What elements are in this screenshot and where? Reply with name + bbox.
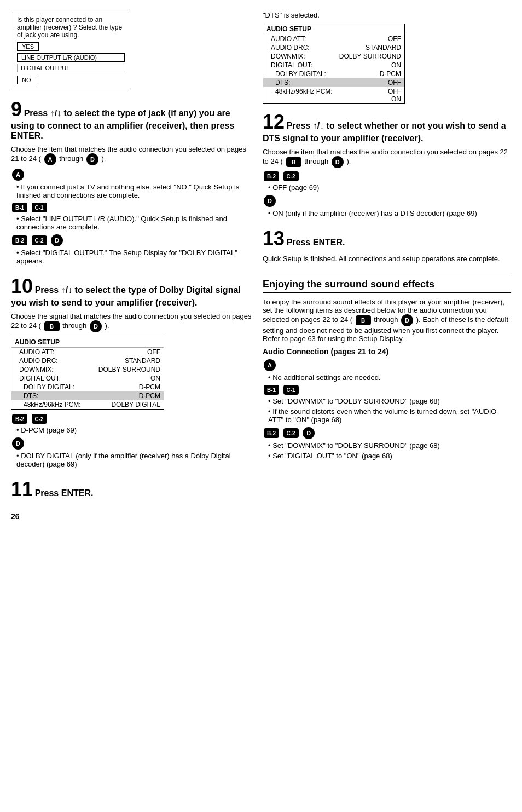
badge-d-step9: D [86,153,98,165]
surround-b2c2d-note1: Set "DOWNMIX" to "DOLBY SURROUND" (page … [268,441,511,450]
badge-b1: B-1 [12,203,27,212]
badge-a-step9: A [44,153,56,165]
step-9-through: through [59,154,85,163]
step-12-block: 12 Press ↑/↓ to select whether or not yo… [263,111,511,217]
step-13-body: Quick Setup is finished. All connections… [263,255,511,263]
surround-b1c1-section: B-1 C-1 [263,385,511,395]
badge-d-step10: D [90,320,102,332]
surround-b2c2d-note2: Set "DIGITAL OUT" to "ON" (page 68) [268,452,511,460]
step10-b2c2-section: B-2 C-2 [11,414,252,424]
step9-note-b2c2d-section: B-2 C-2 D [11,234,252,246]
step12-audio-table: AUDIO SETUP AUDIO ATT:OFF AUDIO DRC:STAN… [263,24,405,104]
step12-audio-title: AUDIO SETUP [263,24,404,34]
no-button: NO [17,76,36,84]
step9-note-a-text: If you connect just a TV and nothing els… [16,183,252,199]
badge-d-surround-note: D [303,427,315,439]
badge-c2: C-2 [32,235,47,245]
badge-b2-step12: B-2 [264,171,279,181]
audio-row-dts-pcm: DTS:D-PCM [11,391,164,400]
s12-row-dts: DTS:OFF [263,78,404,87]
badge-b2: B-2 [12,235,27,245]
surround-b1c1-note2: If the sound distorts even when the volu… [268,407,511,424]
step-9-number: 9 [11,98,22,120]
audio-row-att: AUDIO ATT:OFF [11,348,164,356]
badge-d-note: D [51,234,63,246]
step9-note-a-section: A [11,169,252,181]
yes-button: YES [17,42,39,51]
step-11-number: 11 [11,478,33,500]
step10-audio-table: AUDIO SETUP AUDIO ATT:OFF AUDIO DRC:STAN… [11,337,164,410]
surround-note-a: No additional settings are needed. [268,373,511,382]
line-output-option: LINE OUTPUT L/R (AUDIO) [17,53,125,62]
badge-d-step12-note: D [264,195,276,207]
step12-b2c2-note: OFF (page 69) [268,183,511,192]
audio-row-downmix: DOWNMIX:DOLBY SURROUND [11,365,164,374]
badge-a-note: A [12,169,24,181]
connection-question: Is this player connected to an amplifier… [17,16,125,39]
s12-row-digital-out: DIGITAL OUT:ON [263,61,404,70]
badge-c1-surround: C-1 [283,385,299,395]
step-13-title: Press ENTER. [287,238,345,247]
step-9-block: 9 Press ↑/↓ to select the type of jack (… [11,98,252,265]
audio-conn-heading: Audio Connection (pages 21 to 24) [263,347,511,356]
audio-row-dolby-digital: DOLBY DIGITAL:D-PCM [11,383,164,391]
step-10-block: 10 Press ↑/↓ to select the type of Dolby… [11,275,252,468]
page-number: 26 [11,512,252,521]
step9-note-b1c1-section: B-1 C-1 [11,203,252,212]
s12-row-drc: AUDIO DRC:STANDARD [263,43,404,52]
badge-b2-step10: B-2 [12,414,27,424]
connection-diagram-box: Is this player connected to an amplifier… [11,11,131,89]
step-13-block: 13 Press ENTER. Quick Setup is finished.… [263,227,511,263]
step10-d-section: D [11,437,252,450]
audio-row-digital-out: DIGITAL OUT:ON [11,374,164,383]
step-11-title: Press ENTER. [35,488,94,498]
badge-c1: C-1 [32,203,47,212]
step-9-title: Press ↑/↓ to select the type of jack (if… [11,108,234,140]
step12-d-section: D [263,195,511,207]
surround-heading: Enjoying the surround sound effects [263,279,511,293]
step-11-block: 11 Press ENTER. [11,478,252,501]
step-10-title: Press ↑/↓ to select the type of Dolby Di… [11,285,241,307]
badge-b1-surround: B-1 [264,385,279,395]
step-12-title: Press ↑/↓ to select whether or not you w… [263,121,506,143]
surround-b1c1-note1: Set "DOWNMIX" to "DOLBY SURROUND" (page … [268,397,511,405]
badge-c2-step12: C-2 [283,171,299,181]
step-9-body2: 24 ( [29,154,41,163]
step-10-number: 10 [11,275,33,297]
step9-note-b1c1-text: Select "LINE OUTPUT L/R (AUDIO)." Quick … [16,215,252,231]
surround-note-a-section: A [263,359,511,371]
audio-row-drc: AUDIO DRC:STANDARD [11,356,164,365]
step10-d-note: DOLBY DIGITAL (only if the amplifier (re… [16,452,252,468]
badge-c2-step10: C-2 [32,414,47,424]
badge-d-step10-note: D [12,437,24,450]
surround-b2c2d-section: B-2 C-2 D [263,427,511,439]
step9-note-b2c2d-text: Select "DIGITAL OUTPUT." The Setup Displ… [16,249,252,265]
step10-b2c2-note: D-PCM (page 69) [16,426,252,434]
badge-c2-surround: C-2 [283,428,299,438]
audio-table-title: AUDIO SETUP [11,337,164,348]
s12-row-dolby: DOLBY DIGITAL:D-PCM [263,70,404,78]
s12-row-48khz: 48kHz/96kHz PCM:OFFON [263,87,404,103]
s12-row-downmix: DOWNMIX:DOLBY SURROUND [263,52,404,61]
audio-row-48khz: 48kHz/96kHz PCM:DOLBY DIGITAL [11,400,164,409]
step12-d-note: ON (only if the amplifier (receiver) has… [268,209,511,217]
surround-body: To enjoy the surround sound effects of t… [263,298,511,343]
surround-section: Enjoying the surround sound effects To e… [263,279,511,460]
dts-selected-label: "DTS" is selected. [263,11,511,19]
badge-b-step12: B [286,157,301,167]
section-divider [263,273,511,273]
digital-output-option: DIGITAL OUTPUT [17,64,125,72]
badge-b-surround: B [356,315,371,325]
badge-d-surround: D [401,314,413,326]
badge-d-step12: D [332,156,344,168]
badge-b-step10: B [44,321,60,331]
badge-b2-surround: B-2 [264,428,279,438]
step12-b2c2-section: B-2 C-2 [263,171,511,181]
step-13-number: 13 [263,227,285,250]
step-12-number: 12 [263,111,285,133]
s12-row-att: AUDIO ATT:OFF [263,34,404,43]
badge-a-surround: A [264,359,276,371]
